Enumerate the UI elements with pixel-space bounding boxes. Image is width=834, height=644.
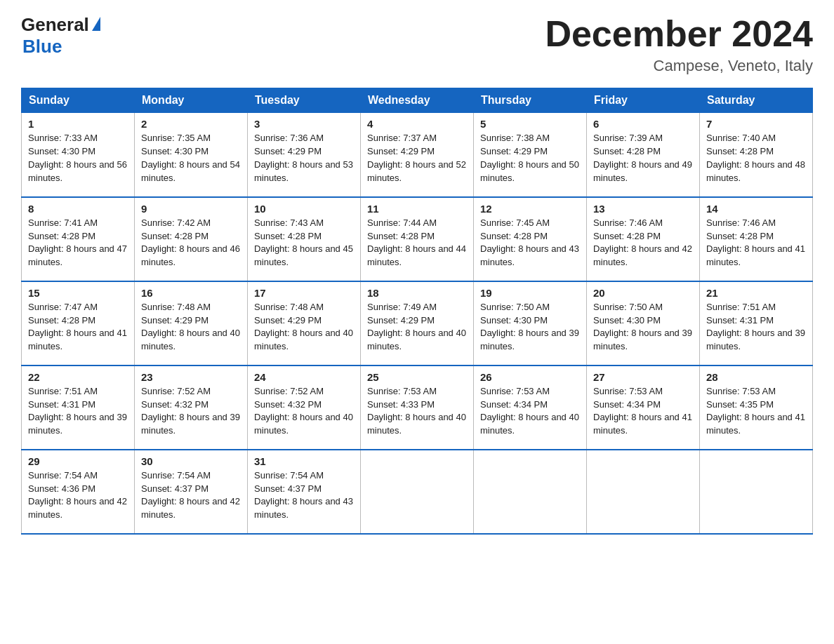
table-row: 14 Sunrise: 7:46 AMSunset: 4:28 PMDaylig… [700, 197, 813, 281]
day-number: 27 [593, 371, 693, 383]
day-detail: Sunrise: 7:39 AMSunset: 4:28 PMDaylight:… [593, 132, 693, 185]
day-number: 29 [28, 455, 128, 467]
day-detail: Sunrise: 7:52 AMSunset: 4:32 PMDaylight:… [141, 385, 241, 438]
calendar-table: Sunday Monday Tuesday Wednesday Thursday… [21, 88, 813, 535]
day-detail: Sunrise: 7:44 AMSunset: 4:28 PMDaylight:… [367, 217, 467, 269]
table-row: 18 Sunrise: 7:49 AMSunset: 4:29 PMDaylig… [361, 281, 474, 365]
day-detail: Sunrise: 7:33 AMSunset: 4:30 PMDaylight:… [28, 132, 128, 185]
table-row: 11 Sunrise: 7:44 AMSunset: 4:28 PMDaylig… [361, 197, 474, 281]
day-number: 4 [367, 118, 467, 130]
day-number: 19 [480, 287, 580, 299]
location-subtitle: Campese, Veneto, Italy [545, 57, 813, 75]
day-number: 8 [28, 203, 128, 215]
table-row: 24 Sunrise: 7:52 AMSunset: 4:32 PMDaylig… [248, 365, 361, 450]
day-number: 12 [480, 203, 580, 215]
day-detail: Sunrise: 7:46 AMSunset: 4:28 PMDaylight:… [706, 217, 806, 269]
logo-blue: Blue [22, 36, 62, 58]
table-row: 27 Sunrise: 7:53 AMSunset: 4:34 PMDaylig… [587, 365, 700, 450]
table-row: 5 Sunrise: 7:38 AMSunset: 4:29 PMDayligh… [474, 113, 587, 197]
day-detail: Sunrise: 7:38 AMSunset: 4:29 PMDaylight:… [480, 132, 580, 185]
day-number: 20 [593, 287, 693, 299]
day-detail: Sunrise: 7:36 AMSunset: 4:29 PMDaylight:… [254, 132, 354, 185]
col-friday: Friday [587, 88, 700, 113]
day-number: 15 [28, 287, 128, 299]
day-detail: Sunrise: 7:51 AMSunset: 4:31 PMDaylight:… [28, 385, 128, 438]
col-wednesday: Wednesday [361, 88, 474, 113]
day-number: 11 [367, 203, 467, 215]
day-detail: Sunrise: 7:52 AMSunset: 4:32 PMDaylight:… [254, 385, 354, 438]
calendar-header-row: Sunday Monday Tuesday Wednesday Thursday… [22, 88, 813, 113]
col-saturday: Saturday [700, 88, 813, 113]
table-row: 2 Sunrise: 7:35 AMSunset: 4:30 PMDayligh… [135, 113, 248, 197]
table-row [361, 450, 474, 534]
day-number: 10 [254, 203, 354, 215]
day-detail: Sunrise: 7:47 AMSunset: 4:28 PMDaylight:… [28, 301, 128, 354]
table-row: 6 Sunrise: 7:39 AMSunset: 4:28 PMDayligh… [587, 113, 700, 197]
table-row: 31 Sunrise: 7:54 AMSunset: 4:37 PMDaylig… [248, 450, 361, 534]
day-number: 5 [480, 118, 580, 130]
day-number: 26 [480, 371, 580, 383]
table-row: 29 Sunrise: 7:54 AMSunset: 4:36 PMDaylig… [22, 450, 135, 534]
table-row: 23 Sunrise: 7:52 AMSunset: 4:32 PMDaylig… [135, 365, 248, 450]
day-number: 22 [28, 371, 128, 383]
table-row [474, 450, 587, 534]
table-row: 9 Sunrise: 7:42 AMSunset: 4:28 PMDayligh… [135, 197, 248, 281]
table-row: 21 Sunrise: 7:51 AMSunset: 4:31 PMDaylig… [700, 281, 813, 365]
day-number: 14 [706, 203, 806, 215]
day-number: 7 [706, 118, 806, 130]
table-row: 17 Sunrise: 7:48 AMSunset: 4:29 PMDaylig… [248, 281, 361, 365]
calendar-week-row: 8 Sunrise: 7:41 AMSunset: 4:28 PMDayligh… [22, 197, 813, 281]
day-detail: Sunrise: 7:54 AMSunset: 4:36 PMDaylight:… [28, 469, 128, 522]
page-header: General Blue December 2024 Campese, Vene… [21, 14, 813, 75]
day-detail: Sunrise: 7:46 AMSunset: 4:28 PMDaylight:… [593, 217, 693, 269]
table-row: 1 Sunrise: 7:33 AMSunset: 4:30 PMDayligh… [22, 113, 135, 197]
table-row: 28 Sunrise: 7:53 AMSunset: 4:35 PMDaylig… [700, 365, 813, 450]
day-detail: Sunrise: 7:48 AMSunset: 4:29 PMDaylight:… [254, 301, 354, 354]
day-number: 17 [254, 287, 354, 299]
day-number: 6 [593, 118, 693, 130]
day-detail: Sunrise: 7:49 AMSunset: 4:29 PMDaylight:… [367, 301, 467, 354]
month-title: December 2024 [545, 14, 813, 54]
day-number: 18 [367, 287, 467, 299]
table-row: 10 Sunrise: 7:43 AMSunset: 4:28 PMDaylig… [248, 197, 361, 281]
day-detail: Sunrise: 7:54 AMSunset: 4:37 PMDaylight:… [254, 469, 354, 522]
table-row: 30 Sunrise: 7:54 AMSunset: 4:37 PMDaylig… [135, 450, 248, 534]
day-number: 30 [141, 455, 241, 467]
day-detail: Sunrise: 7:48 AMSunset: 4:29 PMDaylight:… [141, 301, 241, 354]
day-detail: Sunrise: 7:53 AMSunset: 4:33 PMDaylight:… [367, 385, 467, 438]
calendar-week-row: 22 Sunrise: 7:51 AMSunset: 4:31 PMDaylig… [22, 365, 813, 450]
logo-triangle-icon [92, 17, 100, 31]
table-row [700, 450, 813, 534]
table-row: 15 Sunrise: 7:47 AMSunset: 4:28 PMDaylig… [22, 281, 135, 365]
day-number: 3 [254, 118, 354, 130]
day-detail: Sunrise: 7:54 AMSunset: 4:37 PMDaylight:… [141, 469, 241, 522]
table-row: 25 Sunrise: 7:53 AMSunset: 4:33 PMDaylig… [361, 365, 474, 450]
day-number: 2 [141, 118, 241, 130]
day-number: 25 [367, 371, 467, 383]
table-row: 3 Sunrise: 7:36 AMSunset: 4:29 PMDayligh… [248, 113, 361, 197]
table-row: 7 Sunrise: 7:40 AMSunset: 4:28 PMDayligh… [700, 113, 813, 197]
logo: General Blue [21, 14, 100, 58]
table-row: 26 Sunrise: 7:53 AMSunset: 4:34 PMDaylig… [474, 365, 587, 450]
table-row: 8 Sunrise: 7:41 AMSunset: 4:28 PMDayligh… [22, 197, 135, 281]
table-row: 4 Sunrise: 7:37 AMSunset: 4:29 PMDayligh… [361, 113, 474, 197]
day-number: 21 [706, 287, 806, 299]
day-number: 1 [28, 118, 128, 130]
day-detail: Sunrise: 7:53 AMSunset: 4:35 PMDaylight:… [706, 385, 806, 438]
day-detail: Sunrise: 7:37 AMSunset: 4:29 PMDaylight:… [367, 132, 467, 185]
day-detail: Sunrise: 7:35 AMSunset: 4:30 PMDaylight:… [141, 132, 241, 185]
calendar-week-row: 15 Sunrise: 7:47 AMSunset: 4:28 PMDaylig… [22, 281, 813, 365]
day-number: 16 [141, 287, 241, 299]
col-sunday: Sunday [22, 88, 135, 113]
col-monday: Monday [135, 88, 248, 113]
table-row: 13 Sunrise: 7:46 AMSunset: 4:28 PMDaylig… [587, 197, 700, 281]
table-row: 20 Sunrise: 7:50 AMSunset: 4:30 PMDaylig… [587, 281, 700, 365]
table-row [587, 450, 700, 534]
day-detail: Sunrise: 7:53 AMSunset: 4:34 PMDaylight:… [480, 385, 580, 438]
logo-general: General [21, 14, 89, 36]
table-row: 22 Sunrise: 7:51 AMSunset: 4:31 PMDaylig… [22, 365, 135, 450]
day-number: 13 [593, 203, 693, 215]
day-number: 28 [706, 371, 806, 383]
table-row: 16 Sunrise: 7:48 AMSunset: 4:29 PMDaylig… [135, 281, 248, 365]
day-detail: Sunrise: 7:40 AMSunset: 4:28 PMDaylight:… [706, 132, 806, 185]
